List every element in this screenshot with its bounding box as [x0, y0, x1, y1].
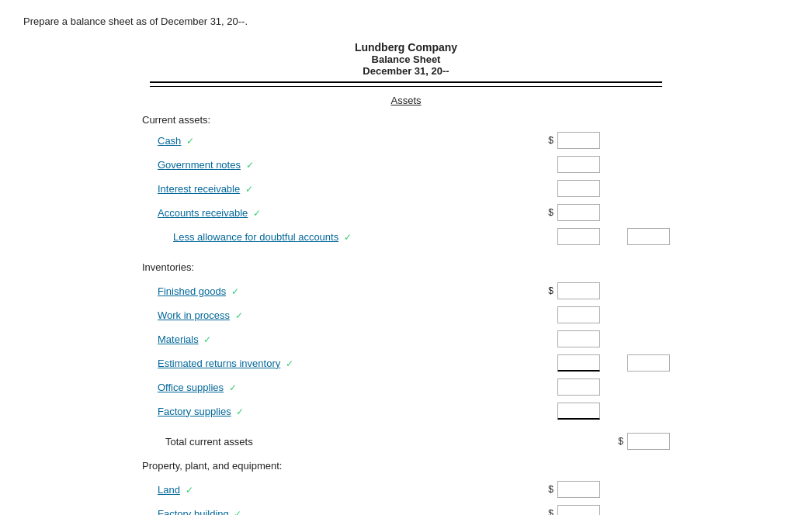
work-in-process-inner-col: [538, 306, 600, 323]
factory-building-check: ✓: [234, 509, 241, 516]
work-in-process-input[interactable]: [557, 306, 600, 323]
gov-notes-input[interactable]: [557, 156, 600, 173]
est-returns-input2[interactable]: [627, 354, 670, 372]
inventories-label: Inventories:: [142, 261, 194, 273]
work-in-process-row: Work in process ✓: [142, 305, 670, 325]
less-allowance-outer-col: [600, 228, 670, 245]
cash-row: Cash ✓ $: [142, 130, 670, 150]
less-allowance-row: Less allowance for doubtful accounts ✓: [142, 226, 670, 247]
office-supplies-input[interactable]: [557, 378, 600, 396]
gov-notes-check: ✓: [246, 160, 254, 171]
office-supplies-label: Office supplies: [158, 382, 224, 393]
land-inner-col: $: [538, 481, 600, 498]
land-input[interactable]: [557, 481, 600, 498]
less-allowance-inner-col: [538, 228, 600, 245]
office-supplies-check: ✓: [229, 382, 237, 393]
materials-input[interactable]: [557, 330, 600, 347]
company-name: Lundberg Company: [142, 41, 670, 54]
office-supplies-inner-col: [538, 378, 600, 396]
top-divider: [150, 81, 662, 83]
interest-recv-check: ✓: [245, 184, 253, 195]
factory-building-row: Factory building ✓ $: [142, 503, 670, 515]
materials-row: Materials ✓: [142, 329, 670, 349]
land-label: Land: [158, 484, 180, 496]
accounts-recv-input[interactable]: [557, 204, 600, 221]
interest-recv-input[interactable]: [557, 180, 600, 197]
factory-building-inner-col: $: [538, 505, 600, 515]
interest-recv-inner-col: [538, 180, 600, 197]
finished-goods-inner-col: $: [538, 282, 600, 299]
gov-notes-inner-col: [538, 156, 600, 173]
total-current-label: Total current assets: [165, 436, 253, 448]
sheet-title: Balance Sheet: [142, 54, 670, 65]
less-allowance-check: ✓: [344, 232, 352, 243]
factory-building-input[interactable]: [557, 505, 600, 515]
est-returns-check: ✓: [286, 358, 293, 369]
interest-recv-row: Interest receivable ✓: [142, 178, 670, 199]
assets-label: Assets: [142, 95, 670, 106]
accounts-recv-label: Accounts receivable: [158, 207, 248, 219]
work-in-process-check: ✓: [235, 310, 243, 321]
finished-goods-input[interactable]: [557, 282, 600, 299]
ppe-label: Property, plant, and equipment:: [142, 460, 282, 472]
intro-text: Prepare a balance sheet as of December 3…: [23, 16, 789, 27]
land-row: Land ✓ $: [142, 479, 670, 499]
materials-inner-col: [538, 330, 600, 347]
total-current-row: Total current assets $: [142, 431, 670, 451]
factory-supplies-input[interactable]: [557, 403, 600, 420]
factory-building-label: Factory building: [158, 508, 229, 516]
est-returns-label: Estimated returns inventory: [158, 358, 280, 369]
total-current-input[interactable]: [627, 433, 670, 450]
cash-inner-col: $: [538, 132, 600, 149]
work-in-process-label: Work in process: [158, 309, 230, 321]
interest-recv-label: Interest receivable: [158, 183, 240, 195]
gov-notes-row: Government notes ✓: [142, 154, 670, 175]
accounts-recv-row: Accounts receivable ✓ $: [142, 202, 670, 223]
accounts-recv-check: ✓: [253, 208, 261, 219]
cash-label: Cash: [158, 135, 181, 147]
finished-goods-row: Finished goods ✓ $: [142, 281, 670, 301]
cash-check: ✓: [186, 136, 194, 147]
factory-supplies-row: Factory supplies ✓: [142, 401, 670, 421]
finished-goods-label: Finished goods: [158, 285, 226, 297]
less-allowance-input2[interactable]: [627, 228, 670, 245]
gov-notes-label: Government notes: [158, 159, 241, 171]
less-allowance-input1[interactable]: [557, 228, 600, 245]
finished-goods-check: ✓: [231, 286, 239, 297]
est-returns-inner-col: [538, 354, 600, 372]
factory-supplies-check: ✓: [236, 406, 244, 417]
factory-supplies-label: Factory supplies: [158, 406, 231, 417]
inventories-label-row: Inventories:: [142, 257, 670, 277]
sheet-date: December 31, 20--: [142, 65, 670, 77]
current-assets-heading: Current assets:: [142, 114, 670, 126]
office-supplies-row: Office supplies ✓: [142, 377, 670, 397]
materials-check: ✓: [203, 334, 211, 345]
factory-supplies-inner-col: [538, 403, 600, 420]
cash-input[interactable]: [557, 132, 600, 149]
accounts-recv-inner-col: $: [538, 204, 600, 221]
ppe-label-row: Property, plant, and equipment:: [142, 455, 670, 475]
less-allowance-label: Less allowance for doubtful accounts: [173, 231, 338, 243]
materials-label: Materials: [158, 334, 199, 345]
bottom-divider: [150, 86, 662, 87]
est-returns-input1[interactable]: [557, 354, 600, 372]
est-returns-row: Estimated returns inventory ✓: [142, 353, 670, 373]
land-check: ✓: [186, 485, 193, 496]
